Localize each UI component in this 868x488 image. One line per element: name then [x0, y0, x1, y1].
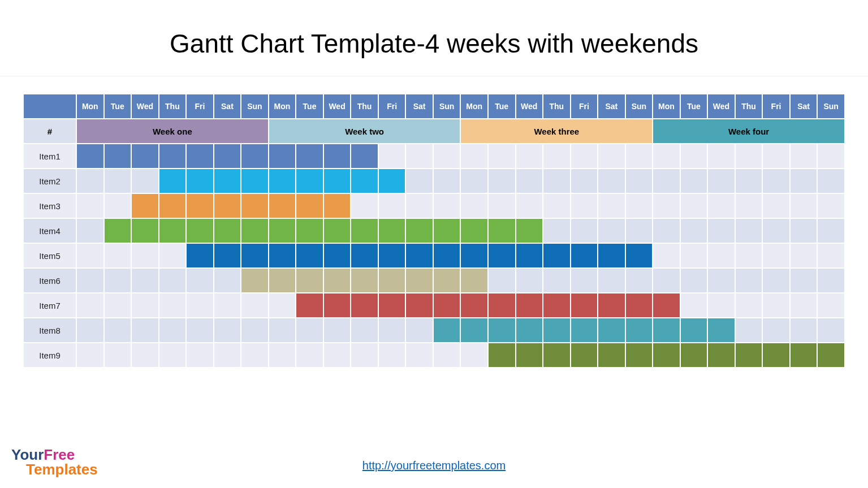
gantt-cell [187, 318, 213, 342]
gantt-cell [653, 343, 680, 367]
gantt-cell [598, 343, 625, 367]
item-label: Item9 [24, 343, 76, 367]
gantt-cell [214, 269, 241, 292]
gantt-cell [132, 144, 158, 168]
gantt-cell [241, 293, 268, 317]
gantt-cell [653, 244, 680, 267]
gantt-cell [571, 343, 598, 367]
gantt-cell [296, 318, 323, 342]
gantt-cell [187, 144, 213, 168]
gantt-cell [626, 318, 653, 342]
gantt-cell [489, 169, 515, 193]
gantt-cell [351, 269, 378, 292]
gantt-cell [241, 343, 268, 367]
gantt-cell [708, 244, 735, 267]
day-header: Mon [77, 94, 103, 118]
day-header: Wed [132, 94, 158, 118]
gantt-cell [296, 343, 323, 367]
gantt-cell [653, 269, 680, 292]
gantt-cell [324, 244, 351, 267]
gantt-cell [461, 219, 487, 243]
item-label: Item4 [24, 219, 76, 243]
gantt-cell [791, 194, 817, 218]
gantt-cell [653, 194, 680, 218]
gantt-cell [132, 194, 158, 218]
gantt-cell [214, 194, 241, 218]
day-header: Fri [763, 94, 789, 118]
gantt-cell [187, 293, 213, 317]
gantt-cell [461, 318, 487, 342]
gantt-cell [708, 169, 735, 193]
gantt-cell [351, 293, 378, 317]
gantt-cell [626, 269, 653, 292]
day-header: Sat [791, 94, 817, 118]
day-header: Sun [818, 94, 844, 118]
gantt-cell [818, 194, 844, 218]
gantt-cell [818, 144, 844, 168]
gantt-cell [132, 244, 158, 267]
gantt-cell [159, 269, 186, 292]
gantt-cell [461, 244, 487, 267]
gantt-cell [269, 219, 296, 243]
gantt-cell [379, 219, 405, 243]
day-header: Wed [708, 94, 735, 118]
item-label: Item5 [24, 244, 76, 267]
gantt-cell [379, 318, 405, 342]
gantt-cell [105, 219, 131, 243]
gantt-cell [543, 144, 570, 168]
footer-link[interactable]: http://yourfreetemplates.com [0, 459, 868, 472]
gantt-cell [598, 219, 625, 243]
gantt-cell [105, 269, 131, 292]
gantt-cell [187, 219, 213, 243]
gantt-cell [324, 219, 351, 243]
hash-cell: # [24, 119, 76, 143]
gantt-cell [379, 293, 405, 317]
gantt-cell [791, 293, 817, 317]
gantt-cell [543, 194, 570, 218]
gantt-cell [763, 194, 789, 218]
gantt-cell [77, 144, 103, 168]
gantt-cell [598, 169, 625, 193]
gantt-cell [571, 169, 598, 193]
gantt-cell [626, 343, 653, 367]
gantt-cell [159, 169, 186, 193]
gantt-cell [626, 169, 653, 193]
gantt-cell [324, 293, 351, 317]
gantt-cell [736, 144, 762, 168]
gantt-cell [132, 269, 158, 292]
gantt-cell [159, 293, 186, 317]
gantt-cell [105, 169, 131, 193]
gantt-cell [598, 144, 625, 168]
item-label: Item8 [24, 318, 76, 342]
gantt-cell [543, 269, 570, 292]
gantt-cell [543, 219, 570, 243]
gantt-cell [571, 194, 598, 218]
gantt-cell [681, 269, 707, 292]
day-header: Thu [543, 94, 570, 118]
gantt-cell [379, 343, 405, 367]
gantt-cell [543, 169, 570, 193]
gantt-cell [406, 269, 433, 292]
gantt-cell [159, 343, 186, 367]
day-header: Thu [351, 94, 378, 118]
gantt-cell [489, 219, 515, 243]
gantt-cell [489, 144, 515, 168]
week-header: Week four [653, 119, 844, 143]
day-header: Thu [736, 94, 762, 118]
gantt-cell [489, 269, 515, 292]
gantt-cell [434, 318, 460, 342]
gantt-cell [187, 343, 213, 367]
gantt-cell [791, 144, 817, 168]
gantt-cell [516, 144, 543, 168]
gantt-cell [681, 219, 707, 243]
corner-cell [24, 94, 76, 118]
day-header: Tue [296, 94, 323, 118]
gantt-cell [681, 244, 707, 267]
gantt-cell [351, 194, 378, 218]
day-header: Thu [159, 94, 186, 118]
gantt-cell [214, 144, 241, 168]
gantt-cell [598, 318, 625, 342]
gantt-cell [543, 318, 570, 342]
gantt-chart: MonTueWedThuFriSatSunMonTueWedThuFriSatS… [0, 76, 868, 368]
gantt-cell [818, 343, 844, 367]
